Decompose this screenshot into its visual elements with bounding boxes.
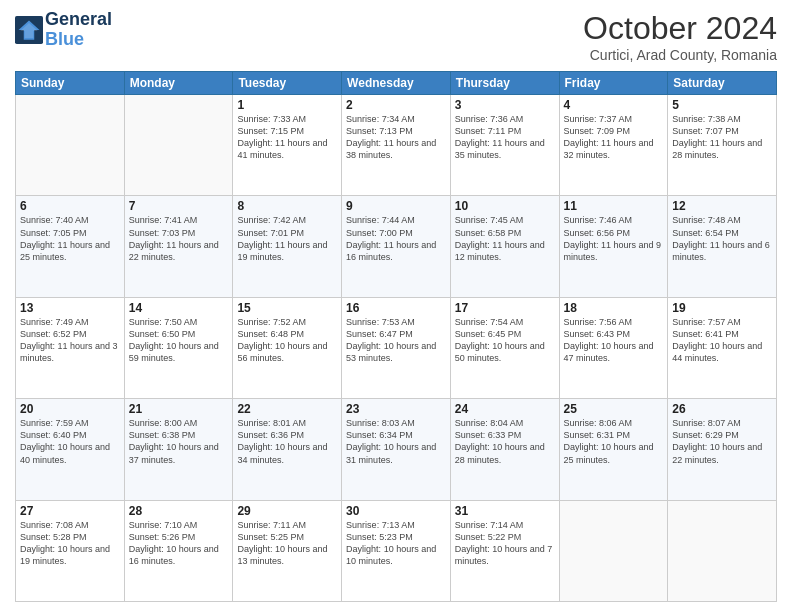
calendar-cell bbox=[559, 500, 668, 601]
day-number: 19 bbox=[672, 301, 772, 315]
day-number: 3 bbox=[455, 98, 555, 112]
calendar-cell: 18Sunrise: 7:56 AM Sunset: 6:43 PM Dayli… bbox=[559, 297, 668, 398]
calendar-cell: 13Sunrise: 7:49 AM Sunset: 6:52 PM Dayli… bbox=[16, 297, 125, 398]
day-info: Sunrise: 7:45 AM Sunset: 6:58 PM Dayligh… bbox=[455, 214, 555, 263]
calendar-week-4: 20Sunrise: 7:59 AM Sunset: 6:40 PM Dayli… bbox=[16, 399, 777, 500]
day-info: Sunrise: 7:34 AM Sunset: 7:13 PM Dayligh… bbox=[346, 113, 446, 162]
day-number: 21 bbox=[129, 402, 229, 416]
calendar-cell: 10Sunrise: 7:45 AM Sunset: 6:58 PM Dayli… bbox=[450, 196, 559, 297]
day-number: 1 bbox=[237, 98, 337, 112]
day-info: Sunrise: 7:52 AM Sunset: 6:48 PM Dayligh… bbox=[237, 316, 337, 365]
calendar-cell: 3Sunrise: 7:36 AM Sunset: 7:11 PM Daylig… bbox=[450, 95, 559, 196]
calendar-cell: 8Sunrise: 7:42 AM Sunset: 7:01 PM Daylig… bbox=[233, 196, 342, 297]
day-number: 8 bbox=[237, 199, 337, 213]
day-info: Sunrise: 7:42 AM Sunset: 7:01 PM Dayligh… bbox=[237, 214, 337, 263]
day-info: Sunrise: 7:41 AM Sunset: 7:03 PM Dayligh… bbox=[129, 214, 229, 263]
calendar-cell: 9Sunrise: 7:44 AM Sunset: 7:00 PM Daylig… bbox=[342, 196, 451, 297]
day-number: 15 bbox=[237, 301, 337, 315]
calendar-cell: 14Sunrise: 7:50 AM Sunset: 6:50 PM Dayli… bbox=[124, 297, 233, 398]
day-number: 10 bbox=[455, 199, 555, 213]
day-info: Sunrise: 7:37 AM Sunset: 7:09 PM Dayligh… bbox=[564, 113, 664, 162]
day-number: 22 bbox=[237, 402, 337, 416]
logo-text: General Blue bbox=[45, 10, 112, 50]
day-number: 20 bbox=[20, 402, 120, 416]
day-info: Sunrise: 7:10 AM Sunset: 5:26 PM Dayligh… bbox=[129, 519, 229, 568]
calendar-cell: 12Sunrise: 7:48 AM Sunset: 6:54 PM Dayli… bbox=[668, 196, 777, 297]
day-number: 24 bbox=[455, 402, 555, 416]
calendar-week-1: 1Sunrise: 7:33 AM Sunset: 7:15 PM Daylig… bbox=[16, 95, 777, 196]
calendar-cell: 2Sunrise: 7:34 AM Sunset: 7:13 PM Daylig… bbox=[342, 95, 451, 196]
day-info: Sunrise: 7:33 AM Sunset: 7:15 PM Dayligh… bbox=[237, 113, 337, 162]
day-number: 12 bbox=[672, 199, 772, 213]
calendar-cell: 17Sunrise: 7:54 AM Sunset: 6:45 PM Dayli… bbox=[450, 297, 559, 398]
day-info: Sunrise: 7:56 AM Sunset: 6:43 PM Dayligh… bbox=[564, 316, 664, 365]
day-info: Sunrise: 7:38 AM Sunset: 7:07 PM Dayligh… bbox=[672, 113, 772, 162]
day-info: Sunrise: 8:03 AM Sunset: 6:34 PM Dayligh… bbox=[346, 417, 446, 466]
calendar-cell: 19Sunrise: 7:57 AM Sunset: 6:41 PM Dayli… bbox=[668, 297, 777, 398]
calendar-cell: 28Sunrise: 7:10 AM Sunset: 5:26 PM Dayli… bbox=[124, 500, 233, 601]
calendar-cell: 25Sunrise: 8:06 AM Sunset: 6:31 PM Dayli… bbox=[559, 399, 668, 500]
calendar-cell: 27Sunrise: 7:08 AM Sunset: 5:28 PM Dayli… bbox=[16, 500, 125, 601]
day-number: 27 bbox=[20, 504, 120, 518]
month-title: October 2024 bbox=[583, 10, 777, 47]
day-info: Sunrise: 7:48 AM Sunset: 6:54 PM Dayligh… bbox=[672, 214, 772, 263]
day-info: Sunrise: 7:08 AM Sunset: 5:28 PM Dayligh… bbox=[20, 519, 120, 568]
day-info: Sunrise: 7:44 AM Sunset: 7:00 PM Dayligh… bbox=[346, 214, 446, 263]
day-info: Sunrise: 7:36 AM Sunset: 7:11 PM Dayligh… bbox=[455, 113, 555, 162]
day-info: Sunrise: 7:50 AM Sunset: 6:50 PM Dayligh… bbox=[129, 316, 229, 365]
calendar-header-saturday: Saturday bbox=[668, 72, 777, 95]
calendar-cell: 6Sunrise: 7:40 AM Sunset: 7:05 PM Daylig… bbox=[16, 196, 125, 297]
calendar-cell: 24Sunrise: 8:04 AM Sunset: 6:33 PM Dayli… bbox=[450, 399, 559, 500]
calendar-cell bbox=[16, 95, 125, 196]
day-number: 9 bbox=[346, 199, 446, 213]
location: Curtici, Arad County, Romania bbox=[583, 47, 777, 63]
calendar-header-row: SundayMondayTuesdayWednesdayThursdayFrid… bbox=[16, 72, 777, 95]
calendar-header-tuesday: Tuesday bbox=[233, 72, 342, 95]
calendar-cell: 21Sunrise: 8:00 AM Sunset: 6:38 PM Dayli… bbox=[124, 399, 233, 500]
calendar-header-wednesday: Wednesday bbox=[342, 72, 451, 95]
calendar-cell: 26Sunrise: 8:07 AM Sunset: 6:29 PM Dayli… bbox=[668, 399, 777, 500]
calendar-week-5: 27Sunrise: 7:08 AM Sunset: 5:28 PM Dayli… bbox=[16, 500, 777, 601]
day-info: Sunrise: 7:54 AM Sunset: 6:45 PM Dayligh… bbox=[455, 316, 555, 365]
day-number: 26 bbox=[672, 402, 772, 416]
day-number: 18 bbox=[564, 301, 664, 315]
calendar-cell: 22Sunrise: 8:01 AM Sunset: 6:36 PM Dayli… bbox=[233, 399, 342, 500]
calendar-header-thursday: Thursday bbox=[450, 72, 559, 95]
day-number: 14 bbox=[129, 301, 229, 315]
calendar-cell: 29Sunrise: 7:11 AM Sunset: 5:25 PM Dayli… bbox=[233, 500, 342, 601]
logo-icon bbox=[15, 16, 43, 44]
calendar-header-monday: Monday bbox=[124, 72, 233, 95]
day-number: 30 bbox=[346, 504, 446, 518]
day-info: Sunrise: 8:00 AM Sunset: 6:38 PM Dayligh… bbox=[129, 417, 229, 466]
calendar-cell: 15Sunrise: 7:52 AM Sunset: 6:48 PM Dayli… bbox=[233, 297, 342, 398]
day-info: Sunrise: 7:46 AM Sunset: 6:56 PM Dayligh… bbox=[564, 214, 664, 263]
calendar-cell: 5Sunrise: 7:38 AM Sunset: 7:07 PM Daylig… bbox=[668, 95, 777, 196]
title-block: October 2024 Curtici, Arad County, Roman… bbox=[583, 10, 777, 63]
day-info: Sunrise: 8:07 AM Sunset: 6:29 PM Dayligh… bbox=[672, 417, 772, 466]
day-info: Sunrise: 7:13 AM Sunset: 5:23 PM Dayligh… bbox=[346, 519, 446, 568]
day-number: 11 bbox=[564, 199, 664, 213]
day-info: Sunrise: 7:40 AM Sunset: 7:05 PM Dayligh… bbox=[20, 214, 120, 263]
calendar-cell bbox=[668, 500, 777, 601]
calendar-cell: 31Sunrise: 7:14 AM Sunset: 5:22 PM Dayli… bbox=[450, 500, 559, 601]
header: General Blue October 2024 Curtici, Arad … bbox=[15, 10, 777, 63]
day-info: Sunrise: 7:14 AM Sunset: 5:22 PM Dayligh… bbox=[455, 519, 555, 568]
day-number: 4 bbox=[564, 98, 664, 112]
calendar-cell: 16Sunrise: 7:53 AM Sunset: 6:47 PM Dayli… bbox=[342, 297, 451, 398]
day-number: 28 bbox=[129, 504, 229, 518]
day-number: 13 bbox=[20, 301, 120, 315]
day-number: 2 bbox=[346, 98, 446, 112]
calendar-cell: 20Sunrise: 7:59 AM Sunset: 6:40 PM Dayli… bbox=[16, 399, 125, 500]
calendar-cell bbox=[124, 95, 233, 196]
day-number: 7 bbox=[129, 199, 229, 213]
day-number: 17 bbox=[455, 301, 555, 315]
day-number: 25 bbox=[564, 402, 664, 416]
day-info: Sunrise: 7:11 AM Sunset: 5:25 PM Dayligh… bbox=[237, 519, 337, 568]
calendar-cell: 23Sunrise: 8:03 AM Sunset: 6:34 PM Dayli… bbox=[342, 399, 451, 500]
day-number: 5 bbox=[672, 98, 772, 112]
day-info: Sunrise: 7:59 AM Sunset: 6:40 PM Dayligh… bbox=[20, 417, 120, 466]
calendar-cell: 7Sunrise: 7:41 AM Sunset: 7:03 PM Daylig… bbox=[124, 196, 233, 297]
calendar-cell: 30Sunrise: 7:13 AM Sunset: 5:23 PM Dayli… bbox=[342, 500, 451, 601]
calendar-cell: 1Sunrise: 7:33 AM Sunset: 7:15 PM Daylig… bbox=[233, 95, 342, 196]
calendar-cell: 11Sunrise: 7:46 AM Sunset: 6:56 PM Dayli… bbox=[559, 196, 668, 297]
